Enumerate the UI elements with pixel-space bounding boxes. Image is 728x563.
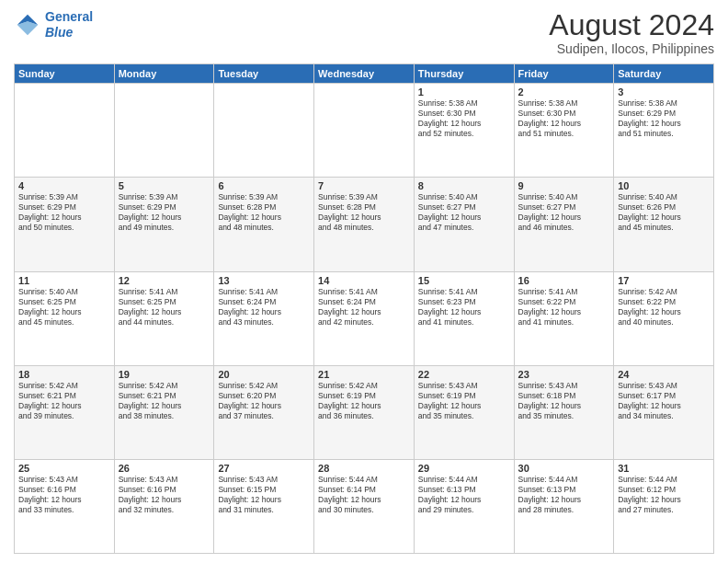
calendar-cell-w2-d5: 8Sunrise: 5:40 AM Sunset: 6:27 PM Daylig… — [414, 178, 514, 271]
calendar-cell-w5-d1: 25Sunrise: 5:43 AM Sunset: 6:16 PM Dayli… — [15, 459, 115, 553]
day-number: 16 — [518, 275, 610, 286]
calendar-cell-w5-d4: 28Sunrise: 5:44 AM Sunset: 6:14 PM Dayli… — [314, 459, 415, 553]
logo: General Blue — [14, 9, 93, 40]
day-number: 20 — [218, 369, 310, 380]
day-number: 29 — [418, 463, 510, 474]
day-info: Sunrise: 5:41 AM Sunset: 6:23 PM Dayligh… — [418, 287, 510, 327]
day-info: Sunrise: 5:42 AM Sunset: 6:19 PM Dayligh… — [318, 381, 410, 421]
calendar-cell-w1-d1 — [15, 84, 115, 178]
day-number: 6 — [218, 180, 310, 191]
calendar-cell-w2-d4: 7Sunrise: 5:39 AM Sunset: 6:28 PM Daylig… — [314, 178, 415, 271]
calendar-cell-w1-d5: 1Sunrise: 5:38 AM Sunset: 6:30 PM Daylig… — [414, 84, 514, 178]
day-info: Sunrise: 5:44 AM Sunset: 6:13 PM Dayligh… — [518, 475, 610, 515]
day-info: Sunrise: 5:43 AM Sunset: 6:15 PM Dayligh… — [218, 475, 310, 515]
day-number: 13 — [218, 275, 310, 286]
logo-text: General Blue — [45, 9, 93, 40]
day-number: 5 — [119, 180, 210, 191]
day-info: Sunrise: 5:44 AM Sunset: 6:12 PM Dayligh… — [618, 475, 710, 515]
calendar-cell-w5-d7: 31Sunrise: 5:44 AM Sunset: 6:12 PM Dayli… — [614, 459, 714, 553]
day-info: Sunrise: 5:43 AM Sunset: 6:19 PM Dayligh… — [418, 381, 510, 421]
calendar-cell-w4-d1: 18Sunrise: 5:42 AM Sunset: 6:21 PM Dayli… — [15, 365, 115, 459]
day-info: Sunrise: 5:38 AM Sunset: 6:30 PM Dayligh… — [518, 98, 610, 139]
day-info: Sunrise: 5:38 AM Sunset: 6:29 PM Dayligh… — [618, 98, 710, 139]
calendar-cell-w1-d6: 2Sunrise: 5:38 AM Sunset: 6:30 PM Daylig… — [514, 84, 614, 178]
day-number: 8 — [418, 180, 510, 191]
header: General Blue August 2024 Sudipen, Ilocos… — [14, 9, 714, 56]
day-info: Sunrise: 5:41 AM Sunset: 6:24 PM Dayligh… — [318, 287, 410, 327]
calendar-cell-w3-d5: 15Sunrise: 5:41 AM Sunset: 6:23 PM Dayli… — [414, 271, 514, 365]
day-info: Sunrise: 5:42 AM Sunset: 6:21 PM Dayligh… — [119, 381, 210, 421]
day-number: 9 — [518, 180, 610, 191]
calendar-cell-w4-d7: 24Sunrise: 5:43 AM Sunset: 6:17 PM Dayli… — [614, 365, 714, 459]
day-info: Sunrise: 5:40 AM Sunset: 6:27 PM Dayligh… — [518, 192, 610, 233]
calendar-cell-w2-d1: 4Sunrise: 5:39 AM Sunset: 6:29 PM Daylig… — [15, 178, 115, 271]
day-info: Sunrise: 5:40 AM Sunset: 6:27 PM Dayligh… — [418, 192, 510, 233]
day-number: 10 — [618, 180, 710, 191]
calendar-header-row: Sunday Monday Tuesday Wednesday Thursday… — [15, 64, 714, 84]
calendar-cell-w3-d3: 13Sunrise: 5:41 AM Sunset: 6:24 PM Dayli… — [214, 271, 314, 365]
day-number: 3 — [618, 86, 710, 98]
calendar-cell-w2-d7: 10Sunrise: 5:40 AM Sunset: 6:26 PM Dayli… — [614, 178, 714, 271]
col-tuesday: Tuesday — [214, 64, 314, 84]
calendar-cell-w2-d3: 6Sunrise: 5:39 AM Sunset: 6:28 PM Daylig… — [214, 178, 314, 271]
calendar-cell-w1-d2 — [114, 84, 214, 178]
day-info: Sunrise: 5:39 AM Sunset: 6:29 PM Dayligh… — [119, 192, 210, 233]
col-wednesday: Wednesday — [314, 64, 415, 84]
calendar-cell-w3-d2: 12Sunrise: 5:41 AM Sunset: 6:25 PM Dayli… — [114, 271, 214, 365]
col-thursday: Thursday — [414, 64, 514, 84]
calendar-cell-w3-d4: 14Sunrise: 5:41 AM Sunset: 6:24 PM Dayli… — [314, 271, 415, 365]
day-number: 7 — [318, 180, 410, 191]
day-info: Sunrise: 5:39 AM Sunset: 6:28 PM Dayligh… — [318, 192, 410, 233]
calendar-cell-w5-d3: 27Sunrise: 5:43 AM Sunset: 6:15 PM Dayli… — [214, 459, 314, 553]
day-info: Sunrise: 5:43 AM Sunset: 6:17 PM Dayligh… — [618, 381, 710, 421]
day-info: Sunrise: 5:42 AM Sunset: 6:21 PM Dayligh… — [18, 381, 110, 421]
day-number: 14 — [318, 275, 410, 286]
day-info: Sunrise: 5:44 AM Sunset: 6:14 PM Dayligh… — [318, 475, 410, 515]
day-info: Sunrise: 5:40 AM Sunset: 6:26 PM Dayligh… — [618, 192, 710, 233]
col-friday: Friday — [514, 64, 614, 84]
day-number: 28 — [318, 463, 410, 474]
day-info: Sunrise: 5:41 AM Sunset: 6:25 PM Dayligh… — [119, 287, 210, 327]
calendar-cell-w1-d7: 3Sunrise: 5:38 AM Sunset: 6:29 PM Daylig… — [614, 84, 714, 178]
day-number: 17 — [618, 275, 710, 286]
day-info: Sunrise: 5:44 AM Sunset: 6:13 PM Dayligh… — [418, 475, 510, 515]
day-number: 12 — [119, 275, 210, 286]
calendar-cell-w5-d2: 26Sunrise: 5:43 AM Sunset: 6:16 PM Dayli… — [114, 459, 214, 553]
day-number: 18 — [18, 369, 110, 380]
day-number: 1 — [418, 86, 510, 98]
day-info: Sunrise: 5:40 AM Sunset: 6:25 PM Dayligh… — [18, 287, 110, 327]
day-number: 24 — [618, 369, 710, 380]
calendar-cell-w4-d2: 19Sunrise: 5:42 AM Sunset: 6:21 PM Dayli… — [114, 365, 214, 459]
calendar-cell-w4-d4: 21Sunrise: 5:42 AM Sunset: 6:19 PM Dayli… — [314, 365, 415, 459]
calendar-cell-w1-d4 — [314, 84, 415, 178]
week-row-4: 18Sunrise: 5:42 AM Sunset: 6:21 PM Dayli… — [15, 365, 714, 459]
day-info: Sunrise: 5:42 AM Sunset: 6:20 PM Dayligh… — [218, 381, 310, 421]
week-row-2: 4Sunrise: 5:39 AM Sunset: 6:29 PM Daylig… — [15, 178, 714, 271]
week-row-1: 1Sunrise: 5:38 AM Sunset: 6:30 PM Daylig… — [15, 84, 714, 178]
day-number: 19 — [119, 369, 210, 380]
day-info: Sunrise: 5:38 AM Sunset: 6:30 PM Dayligh… — [418, 98, 510, 139]
col-monday: Monday — [114, 64, 214, 84]
day-number: 4 — [18, 180, 110, 191]
day-number: 23 — [518, 369, 610, 380]
calendar-cell-w3-d6: 16Sunrise: 5:41 AM Sunset: 6:22 PM Dayli… — [514, 271, 614, 365]
col-sunday: Sunday — [15, 64, 115, 84]
day-info: Sunrise: 5:41 AM Sunset: 6:22 PM Dayligh… — [518, 287, 610, 327]
day-number: 30 — [518, 463, 610, 474]
day-number: 27 — [218, 463, 310, 474]
day-number: 15 — [418, 275, 510, 286]
day-number: 21 — [318, 369, 410, 380]
calendar-table: Sunday Monday Tuesday Wednesday Thursday… — [14, 63, 714, 554]
col-saturday: Saturday — [614, 64, 714, 84]
day-info: Sunrise: 5:39 AM Sunset: 6:28 PM Dayligh… — [218, 192, 310, 233]
main-title: August 2024 — [549, 9, 714, 41]
calendar-cell-w4-d3: 20Sunrise: 5:42 AM Sunset: 6:20 PM Dayli… — [214, 365, 314, 459]
day-info: Sunrise: 5:43 AM Sunset: 6:16 PM Dayligh… — [119, 475, 210, 515]
calendar-cell-w3-d1: 11Sunrise: 5:40 AM Sunset: 6:25 PM Dayli… — [15, 271, 115, 365]
calendar-cell-w4-d5: 22Sunrise: 5:43 AM Sunset: 6:19 PM Dayli… — [414, 365, 514, 459]
calendar-cell-w4-d6: 23Sunrise: 5:43 AM Sunset: 6:18 PM Dayli… — [514, 365, 614, 459]
calendar-cell-w5-d6: 30Sunrise: 5:44 AM Sunset: 6:13 PM Dayli… — [514, 459, 614, 553]
logo-line2: Blue — [45, 25, 93, 40]
title-block: August 2024 Sudipen, Ilocos, Philippines — [549, 9, 714, 56]
day-info: Sunrise: 5:43 AM Sunset: 6:16 PM Dayligh… — [18, 475, 110, 515]
